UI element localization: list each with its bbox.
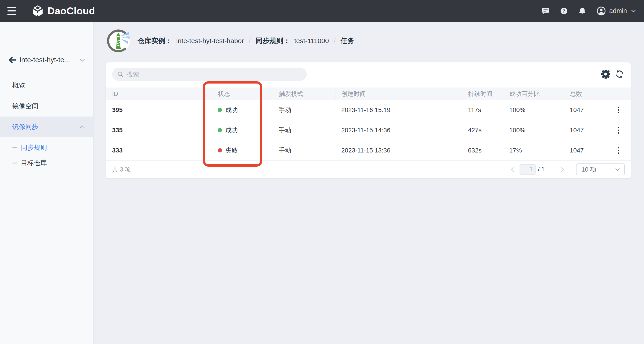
search-input[interactable] [127, 71, 304, 78]
status-dot [218, 108, 222, 112]
column-header-status: 状态 [212, 88, 273, 100]
status-label: 失败 [225, 146, 238, 155]
tasks-table-card: ID 状态 触发模式 创建时间 持续时间 成功百分比 总数 395 成功 手动 … [106, 62, 631, 178]
next-page-chevron-icon[interactable] [559, 166, 566, 173]
brand-name: DaoCloud [48, 6, 95, 17]
back-arrow-icon[interactable] [8, 56, 17, 64]
search-icon [117, 71, 124, 78]
column-header-id: ID [106, 88, 212, 100]
breadcrumb: 仓库实例： inte-test-hyt-test-habor / 同步规则： t… [106, 28, 354, 53]
page-total-label: / 1 [538, 166, 545, 173]
column-header-success-pct: 成功百分比 [503, 88, 564, 100]
refresh-icon[interactable] [615, 70, 624, 79]
column-header-duration: 持续时间 [462, 88, 503, 100]
sidebar-item-sync-rules[interactable]: 同步规则 [0, 141, 92, 154]
sidebar-item-image-sync[interactable]: 镜像同步 [0, 116, 92, 137]
row-actions-kebab-icon[interactable] [614, 104, 623, 116]
daocloud-cube-icon [32, 5, 44, 17]
breadcrumb-task-label: 任务 [340, 36, 354, 46]
menu-toggle-icon[interactable] [8, 7, 16, 15]
svg-text:?: ? [562, 8, 566, 14]
harbor-logo-icon [106, 29, 130, 53]
row-actions-kebab-icon[interactable] [614, 145, 623, 156]
table-settings-gear-icon[interactable] [601, 70, 610, 79]
status-label: 成功 [225, 106, 238, 114]
breadcrumb-repo-label: 仓库实例： [138, 36, 172, 46]
feedback-message-icon[interactable] [542, 7, 550, 15]
daocloud-logo[interactable]: DaoCloud [32, 0, 95, 22]
page-size-value: 10 项 [582, 165, 596, 174]
search-bar[interactable] [112, 68, 307, 81]
breadcrumb-repo-value[interactable]: inte-test-hyt-test-habor [176, 37, 244, 45]
breadcrumb-separator: / [333, 37, 336, 45]
row-actions-kebab-icon[interactable] [614, 125, 623, 136]
column-header-actions [606, 88, 631, 100]
breadcrumb-separator: / [248, 37, 252, 45]
sidebar-divider [6, 75, 88, 75]
status-dot [218, 128, 222, 132]
user-menu[interactable]: admin [597, 7, 636, 16]
prev-page-chevron-icon[interactable] [509, 166, 516, 173]
total-count-label: 共 3 项 [112, 165, 131, 174]
table-row[interactable]: 335 成功 手动 2023-11-15 14:36 427s 100% 104… [106, 120, 631, 140]
avatar-icon [597, 7, 606, 16]
table-row[interactable]: 395 成功 手动 2023-11-16 15:19 117s 100% 104… [106, 100, 631, 120]
sidebar: inte-test-hyt-te... 概览 镜像空间 镜像同步 同步规则 目标… [0, 22, 92, 344]
breadcrumb-rule-label: 同步规则： [256, 36, 290, 46]
instance-switcher[interactable]: inte-test-hyt-te... [20, 53, 70, 67]
sidebar-item-image-space[interactable]: 镜像空间 [0, 100, 92, 113]
status-label: 成功 [225, 126, 238, 134]
user-chevron-down-icon [630, 8, 636, 14]
notifications-bell-icon[interactable] [578, 7, 586, 15]
topbar: DaoCloud ? [0, 0, 644, 22]
page-number-input[interactable] [520, 164, 536, 175]
page-size-select[interactable]: 10 项 [576, 163, 625, 175]
table-header-row: ID 状态 触发模式 创建时间 持续时间 成功百分比 总数 [106, 88, 631, 100]
status-dot [218, 148, 222, 152]
select-chevron-down-icon [614, 166, 621, 173]
column-header-total: 总数 [564, 88, 606, 100]
pagination: / 1 10 项 [509, 163, 625, 175]
help-icon[interactable]: ? [560, 7, 568, 15]
sidebar-item-overview[interactable]: 概览 [0, 79, 92, 92]
breadcrumb-rule-value[interactable]: test-111000 [294, 37, 329, 45]
instance-chevron-down-icon[interactable] [79, 57, 86, 64]
table-body: 395 成功 手动 2023-11-16 15:19 117s 100% 104… [106, 100, 631, 160]
collapse-chevron-up-icon [79, 124, 86, 130]
user-name: admin [609, 7, 627, 15]
submenu-dash-icon [12, 162, 17, 163]
table-row[interactable]: 333 失败 手动 2023-11-15 13:36 632s 17% 1047 [106, 140, 631, 160]
table-footer: 共 3 项 / 1 10 项 [106, 160, 631, 178]
column-header-created: 创建时间 [335, 88, 462, 100]
column-header-trigger: 触发模式 [273, 88, 335, 100]
sidebar-item-target-repo[interactable]: 目标仓库 [0, 156, 92, 169]
submenu-dash-icon [12, 147, 17, 148]
